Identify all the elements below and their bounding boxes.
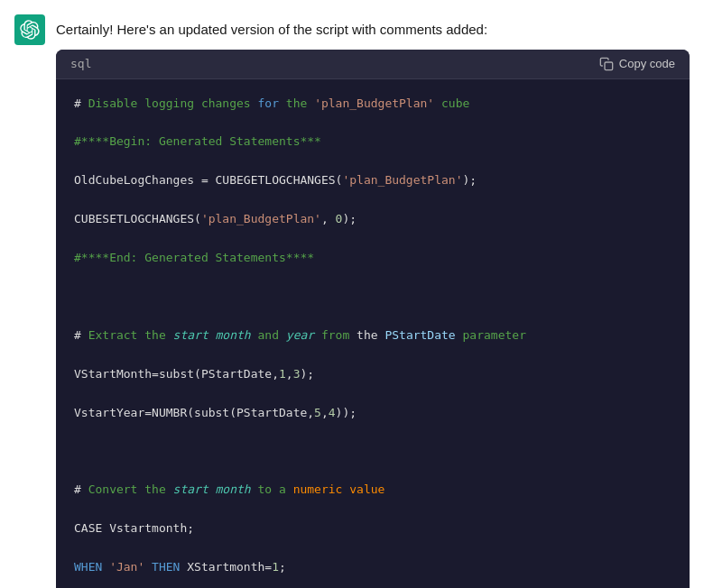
code-content: # Disable logging changes for the 'plan_… <box>74 94 672 589</box>
avatar <box>14 14 45 45</box>
code-block: sql Copy code # Disable logging changes … <box>56 50 690 589</box>
message-content: Certainly! Here's an updated version of … <box>56 14 690 588</box>
intro-text: Certainly! Here's an updated version of … <box>56 14 690 41</box>
copy-icon <box>599 57 614 71</box>
chat-container: Certainly! Here's an updated version of … <box>0 0 704 588</box>
code-body: # Disable logging changes for the 'plan_… <box>56 79 690 589</box>
code-lang: sql <box>70 57 91 70</box>
copy-button[interactable]: Copy code <box>599 57 675 71</box>
message-row: Certainly! Here's an updated version of … <box>0 0 704 588</box>
code-header: sql Copy code <box>56 50 690 79</box>
copy-label: Copy code <box>619 57 675 70</box>
svg-rect-0 <box>605 62 613 70</box>
